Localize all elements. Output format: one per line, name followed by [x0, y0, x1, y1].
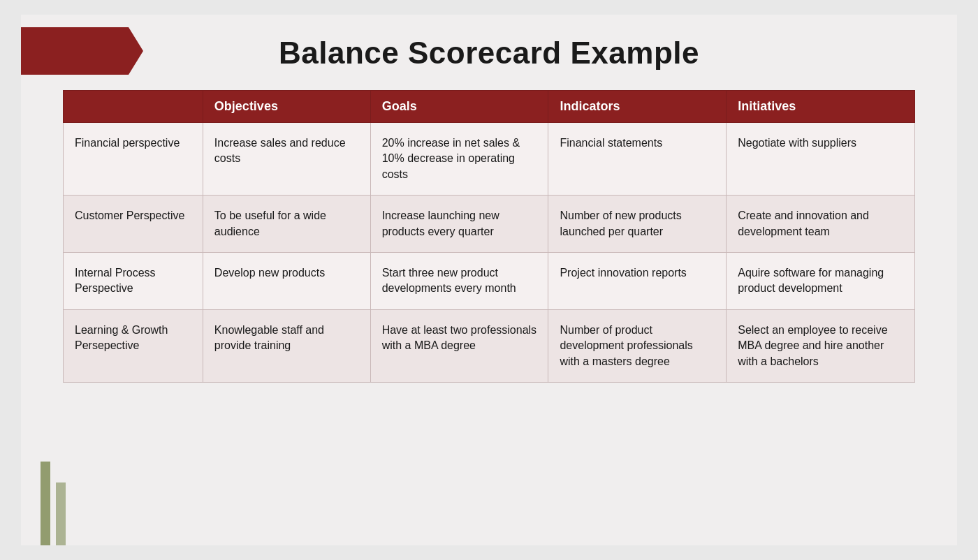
cell-goals: 20% increase in net sales & 10% decrease… [370, 123, 548, 196]
cell-initiatives: Create and innovation and development te… [727, 196, 915, 253]
cell-goals: Increase launching new products every qu… [370, 196, 548, 253]
header-objectives: Objectives [203, 91, 370, 123]
header-goals: Goals [370, 91, 548, 123]
cell-indicators: Number of new products launched per quar… [548, 196, 727, 253]
line-decoration-1 [41, 462, 50, 545]
header-initiatives: Initiatives [727, 91, 915, 123]
arrow-decoration [21, 27, 143, 75]
table-header-row: Objectives Goals Indicators Initiatives [64, 91, 915, 123]
header-indicators: Indicators [548, 91, 727, 123]
slide: Balance Scorecard Example Objectives Goa… [21, 15, 957, 545]
cell-indicators: Project innovation reports [548, 252, 727, 309]
slide-title: Balance Scorecard Example [21, 36, 957, 71]
cell-initiatives: Aquire software for managing product dev… [727, 252, 915, 309]
cell-perspective: Financial perspective [64, 123, 203, 196]
title-area: Balance Scorecard Example [21, 15, 957, 90]
cell-initiatives: Negotiate with suppliers [727, 123, 915, 196]
header-perspective [64, 91, 203, 123]
line-decoration-2 [56, 482, 66, 545]
cell-perspective: Learning & Growth Persepective [64, 309, 203, 382]
cell-perspective: Customer Perspective [64, 196, 203, 253]
scorecard-table: Objectives Goals Indicators Initiatives … [63, 90, 915, 383]
cell-indicators: Number of product development profession… [548, 309, 727, 382]
cell-goals: Start three new product developments eve… [370, 252, 548, 309]
table-row: Internal Process PerspectiveDevelop new … [64, 252, 915, 309]
cell-indicators: Financial statements [548, 123, 727, 196]
table-container: Objectives Goals Indicators Initiatives … [63, 90, 915, 545]
table-row: Financial perspectiveIncrease sales and … [64, 123, 915, 196]
cell-objectives: Knowlegable staff and provide training [203, 309, 370, 382]
table-row: Customer PerspectiveTo be useful for a w… [64, 196, 915, 253]
cell-objectives: To be useful for a wide audience [203, 196, 370, 253]
line-decoration [41, 462, 66, 545]
cell-goals: Have at least two professionals with a M… [370, 309, 548, 382]
cell-objectives: Develop new products [203, 252, 370, 309]
cell-perspective: Internal Process Perspective [64, 252, 203, 309]
table-row: Learning & Growth PersepectiveKnowlegabl… [64, 309, 915, 382]
cell-objectives: Increase sales and reduce costs [203, 123, 370, 196]
cell-initiatives: Select an employee to receive MBA degree… [727, 309, 915, 382]
